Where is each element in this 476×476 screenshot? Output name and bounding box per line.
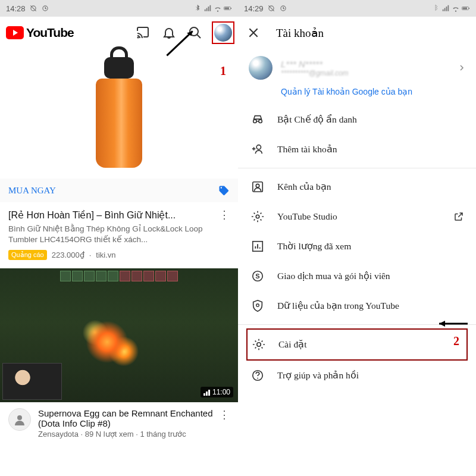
svg-rect-14: [463, 8, 468, 10]
phone-left: 14:28 YouTube: [0, 0, 238, 476]
bottle-image: [95, 57, 143, 170]
dot-separator: ·: [89, 250, 92, 259]
divider: [238, 168, 476, 168]
menu-item-time-watched[interactable]: Thời lượng đã xem: [238, 231, 476, 261]
menu-item-add-account[interactable]: Thêm tài khoản: [238, 134, 476, 164]
wifi-icon: [214, 4, 222, 12]
close-icon[interactable]: [248, 27, 259, 39]
menu-item-help[interactable]: Trợ giúp và phản hồi: [238, 361, 476, 390]
ad-info-block: [Rẻ Hơn Hoàn Tiền] – Bình Giữ Nhiệt... ⋮…: [0, 202, 238, 268]
svg-rect-9: [208, 390, 210, 396]
alarm-off-icon: [29, 4, 37, 12]
svg-rect-2: [225, 8, 230, 10]
video-duration-badge: 11:00: [201, 387, 233, 397]
ad-more-menu[interactable]: ⋮: [219, 208, 230, 221]
svg-point-5: [137, 37, 139, 39]
bar-chart-icon: [251, 240, 264, 253]
phone-right: 14:29 Tài khoản L*** N***** **********@g…: [238, 0, 476, 476]
battery-icon: [224, 4, 232, 12]
svg-rect-15: [469, 8, 469, 9]
signal-icon: [203, 4, 212, 12]
svg-point-16: [256, 145, 261, 149]
manage-google-account-link[interactable]: Quản lý Tài khoản Google của bạn: [238, 87, 476, 105]
menu-label: YouTube Studio: [277, 211, 337, 222]
status-bar-right: 14:29: [238, 0, 476, 17]
menu-label: Thời lượng đã xem: [277, 241, 351, 252]
wifi-icon: [452, 4, 460, 12]
svg-rect-7: [203, 393, 205, 396]
menu-label: Dữ liệu của bạn trong YouTube: [277, 300, 399, 311]
profile-name: L*** N*****: [281, 59, 450, 69]
chevron-right-icon: [458, 64, 465, 71]
annotation-number-2: 2: [453, 334, 459, 348]
svg-point-26: [257, 378, 258, 379]
clock-icon: [279, 4, 287, 12]
youtube-logo[interactable]: YouTube: [6, 26, 74, 40]
menu-label: Bật Chế độ ẩn danh: [277, 114, 357, 125]
ad-source: tiki.vn: [96, 250, 115, 259]
menu-label: Kênh của bạn: [277, 181, 331, 192]
youtube-logo-text: YouTube: [26, 26, 74, 40]
annotation-number-1: 1: [220, 64, 226, 78]
ad-title[interactable]: [Rẻ Hơn Hoàn Tiền] – Bình Giữ Nhiệt...: [8, 209, 176, 221]
profile-avatar: [249, 56, 273, 80]
status-bar: 14:28: [0, 0, 238, 17]
menu-label: Thêm tài khoản: [277, 144, 337, 155]
menu-item-your-channel[interactable]: Kênh của bạn: [238, 172, 476, 202]
svg-point-18: [256, 184, 259, 187]
dollar-icon: S: [251, 270, 264, 283]
video-subtitle: Zensaydota · 89 N lượt xem · 1 tháng trư…: [38, 430, 219, 439]
tag-icon: [218, 184, 230, 196]
buy-now-label: MUA NGAY: [8, 186, 56, 196]
menu-item-studio[interactable]: YouTube Studio: [238, 202, 476, 231]
ad-product-image[interactable]: [0, 49, 238, 178]
bluetooth-icon: [431, 4, 440, 12]
svg-point-24: [257, 343, 261, 346]
video-info-row[interactable]: Supernova Egg can be Remnant Enchanted (…: [0, 402, 238, 444]
settings-highlight-box: Cài đặt: [246, 328, 468, 361]
svg-rect-8: [206, 392, 208, 396]
alarm-off-icon: [267, 4, 275, 12]
youtube-header: YouTube: [0, 17, 238, 49]
menu-item-incognito[interactable]: Bật Chế độ ẩn danh: [238, 105, 476, 134]
status-time: 14:28: [6, 4, 26, 13]
video-thumbnail[interactable]: 11:00: [0, 268, 238, 402]
video-more-menu[interactable]: ⋮: [219, 408, 230, 439]
ad-description: Bình Giữ Nhiệt Bằng Thép Không Gỉ Lock&L…: [8, 224, 230, 245]
menu-label: Giao dịch mua và gói hội viên: [277, 271, 390, 281]
ad-buy-bar[interactable]: MUA NGAY: [0, 178, 238, 202]
battery-icon: [462, 4, 470, 12]
menu-item-your-data[interactable]: Dữ liệu của bạn trong YouTube: [238, 291, 476, 321]
signal-icon: [441, 4, 450, 12]
profile-row[interactable]: L*** N***** **********@gmail.com: [238, 49, 476, 87]
shield-icon: [251, 299, 264, 312]
profile-email: **********@gmail.com: [281, 69, 450, 77]
status-time-right: 14:29: [244, 4, 264, 13]
external-link-icon: [453, 211, 464, 222]
svg-point-23: [256, 304, 259, 307]
bluetooth-icon: [193, 4, 202, 12]
video-title: Supernova Egg can be Remnant Enchanted (…: [38, 408, 219, 428]
svg-point-10: [17, 415, 22, 420]
account-menu-list: Bật Chế độ ẩn danh Thêm tài khoản Kênh c…: [238, 105, 476, 390]
avatar-highlight-box: [212, 21, 234, 44]
svg-rect-3: [231, 8, 231, 9]
studio-gear-icon: [251, 210, 264, 223]
clock-icon: [41, 4, 49, 12]
incognito-icon: [251, 113, 264, 126]
menu-item-purchases[interactable]: S Giao dịch mua và gói hội viên: [238, 261, 476, 291]
help-icon: [251, 369, 264, 382]
menu-item-settings[interactable]: Cài đặt: [252, 330, 462, 359]
ad-badge: Quảng cáo: [8, 250, 47, 260]
profile-avatar-button[interactable]: [214, 24, 232, 42]
svg-point-19: [256, 215, 259, 218]
cast-icon[interactable]: [136, 26, 150, 40]
annotation-arrow-2: [433, 319, 469, 328]
account-title: Tài khoản: [276, 26, 324, 40]
gear-icon: [252, 338, 265, 351]
channel-avatar[interactable]: [8, 408, 31, 431]
person-box-icon: [251, 180, 264, 193]
svg-text:S: S: [255, 273, 259, 280]
menu-label: Cài đặt: [278, 339, 306, 350]
add-user-icon: [251, 143, 264, 156]
